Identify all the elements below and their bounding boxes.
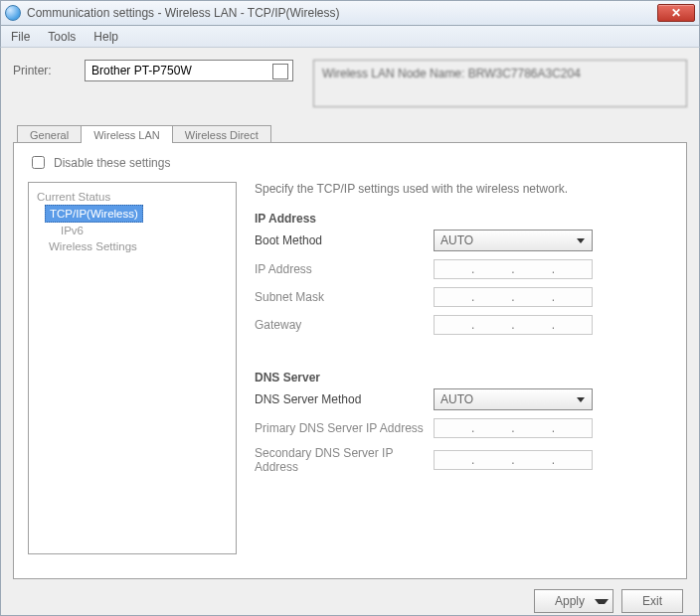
label-boot-method: Boot Method	[255, 233, 434, 247]
printer-label: Printer:	[13, 60, 65, 77]
dialog-body: Printer: Brother PT-P750W Wireless LAN N…	[0, 48, 700, 616]
exit-button-label: Exit	[642, 594, 662, 608]
apply-button[interactable]: Apply	[534, 589, 613, 613]
form-heading: Specify the TCP/IP settings used with th…	[255, 182, 672, 196]
gateway-input[interactable]: ...	[434, 315, 593, 335]
tab-panel: Disable these settings Current Status TC…	[13, 142, 687, 579]
label-secondary-dns: Secondary DNS Server IP Address	[255, 446, 434, 474]
title-bar: Communication settings - Wireless LAN - …	[0, 0, 700, 26]
boot-method-value: AUTO	[440, 233, 473, 247]
tab-wireless-lan[interactable]: Wireless LAN	[81, 125, 173, 143]
close-icon: ✕	[671, 6, 681, 20]
menu-file[interactable]: File	[11, 30, 30, 44]
tree-current-status[interactable]: Current Status	[33, 189, 232, 205]
primary-dns-input[interactable]: ...	[434, 418, 593, 438]
app-icon	[5, 5, 21, 21]
dns-method-value: AUTO	[440, 392, 473, 406]
dns-method-select[interactable]: AUTO	[434, 388, 593, 410]
disable-settings-checkbox[interactable]	[32, 156, 45, 169]
printer-select-value: Brother PT-P750W	[91, 64, 192, 77]
tree-tcpip[interactable]: TCP/IP(Wireless)	[45, 205, 143, 223]
tree-ipv6[interactable]: IPv6	[33, 223, 232, 238]
label-ip-address: IP Address	[255, 262, 434, 276]
row-ip-address: IP Address ...	[255, 259, 672, 279]
boot-method-select[interactable]: AUTO	[434, 230, 593, 251]
row-dns-method: DNS Server Method AUTO	[255, 388, 672, 410]
label-gateway: Gateway	[255, 318, 434, 332]
disable-row: Disable these settings	[28, 153, 672, 172]
row-gateway: Gateway ...	[255, 315, 672, 335]
top-row: Printer: Brother PT-P750W Wireless LAN N…	[13, 60, 687, 107]
secondary-dns-input[interactable]: ...	[434, 450, 593, 470]
disable-settings-label: Disable these settings	[54, 156, 170, 170]
menu-help[interactable]: Help	[93, 30, 118, 44]
menu-tools[interactable]: Tools	[48, 30, 76, 44]
settings-form: Specify the TCP/IP settings used with th…	[255, 182, 672, 554]
exit-button[interactable]: Exit	[621, 589, 683, 613]
row-secondary-dns: Secondary DNS Server IP Address ...	[255, 446, 672, 474]
label-dns-method: DNS Server Method	[255, 392, 434, 406]
menu-bar: File Tools Help	[0, 26, 700, 48]
ip-section-title: IP Address	[255, 212, 672, 226]
chevron-down-icon	[276, 70, 284, 75]
subnet-mask-input[interactable]: ...	[434, 287, 593, 307]
apply-button-label: Apply	[555, 594, 585, 608]
label-primary-dns: Primary DNS Server IP Address	[255, 421, 434, 435]
row-boot-method: Boot Method AUTO	[255, 230, 672, 251]
printer-select[interactable]: Brother PT-P750W	[85, 60, 293, 81]
dns-section-title: DNS Server	[255, 371, 672, 385]
ip-address-input[interactable]: ...	[434, 259, 593, 279]
ip-section: IP Address Boot Method AUTO IP Address .…	[255, 212, 672, 343]
window-title: Communication settings - Wireless LAN - …	[27, 6, 657, 20]
label-subnet-mask: Subnet Mask	[255, 290, 434, 304]
row-primary-dns: Primary DNS Server IP Address ...	[255, 418, 672, 438]
row-subnet-mask: Subnet Mask ...	[255, 287, 672, 307]
tree-wireless-settings[interactable]: Wireless Settings	[33, 238, 232, 254]
settings-tree: Current Status TCP/IP(Wireless) IPv6 Wir…	[28, 182, 237, 554]
tab-general[interactable]: General	[17, 125, 82, 143]
close-button[interactable]: ✕	[657, 4, 695, 22]
node-name-box: Wireless LAN Node Name: BRW3C7786A3C204	[313, 60, 687, 107]
tab-strip: General Wireless LAN Wireless Direct	[17, 121, 687, 143]
bottom-buttons: Apply Exit	[13, 589, 687, 613]
panel-body: Current Status TCP/IP(Wireless) IPv6 Wir…	[28, 182, 672, 554]
tab-wireless-direct[interactable]: Wireless Direct	[172, 125, 271, 143]
dns-section: DNS Server DNS Server Method AUTO Primar…	[255, 371, 672, 482]
